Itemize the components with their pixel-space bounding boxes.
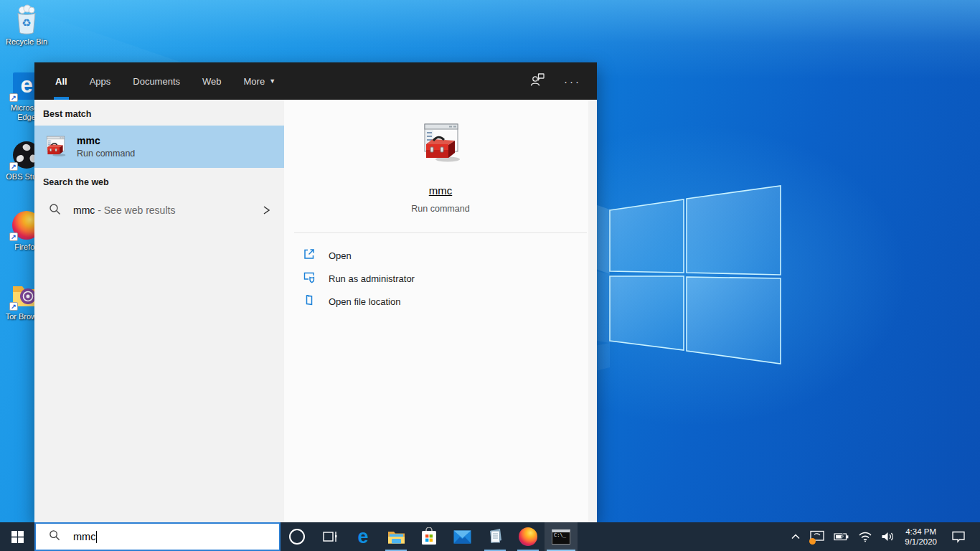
- shortcut-arrow-icon: ↗: [9, 162, 18, 171]
- file-explorer-icon: [387, 529, 405, 545]
- tab-web[interactable]: Web: [201, 62, 223, 100]
- action-open-file-location[interactable]: Open file location: [303, 290, 597, 313]
- task-view-button[interactable]: [314, 522, 347, 551]
- wifi-icon: [858, 531, 872, 542]
- shortcut-arrow-icon: ↗: [9, 232, 18, 241]
- command-prompt-icon: C:\_: [552, 529, 570, 545]
- mmc-app-icon-large: [418, 121, 463, 167]
- shortcut-arrow-icon: ↗: [9, 93, 18, 102]
- cortana-button[interactable]: [281, 522, 314, 551]
- best-match-subtitle: Run command: [77, 149, 135, 159]
- more-options-icon[interactable]: ···: [564, 75, 581, 88]
- cortana-icon: [289, 529, 305, 545]
- task-view-icon: [322, 529, 338, 544]
- taskbar-firefox[interactable]: [512, 522, 545, 551]
- tray-battery-icon[interactable]: [829, 522, 854, 551]
- firefox-icon: [519, 527, 537, 546]
- web-search-suffix: - See web results: [98, 204, 175, 216]
- taskbar-search-box[interactable]: mmc: [34, 522, 281, 551]
- edge-icon: e: [357, 527, 368, 546]
- action-open[interactable]: Open: [303, 244, 597, 267]
- chevron-up-icon: [791, 532, 801, 541]
- folder-location-icon: [303, 293, 316, 309]
- scrollbar-track[interactable]: [588, 100, 597, 522]
- result-preview-pane: mmc Run command Open: [284, 100, 597, 522]
- clock-date: 9/1/2020: [905, 537, 937, 547]
- tray-cast-icon[interactable]: [805, 522, 829, 551]
- microsoft-store-icon: [420, 527, 438, 546]
- taskbar-notepad[interactable]: [479, 522, 512, 551]
- tray-volume-icon[interactable]: [877, 522, 899, 551]
- user-account-icon[interactable]: [529, 72, 545, 90]
- start-button[interactable]: [0, 522, 34, 551]
- tab-all[interactable]: All: [54, 62, 69, 100]
- action-center-icon: [951, 530, 966, 543]
- web-search-result[interactable]: mmc - See web results: [34, 194, 284, 227]
- taskbar: mmc e: [0, 522, 980, 551]
- search-tabs-header: All Apps Documents Web More▼ ···: [34, 62, 597, 100]
- desktop-icon-recycle-bin[interactable]: ♻ Recycle Bin: [4, 4, 50, 47]
- search-web-section-label: Search the web: [43, 177, 284, 187]
- search-icon: [49, 529, 60, 544]
- taskbar-file-explorer[interactable]: [380, 522, 413, 551]
- search-input-value: mmc: [73, 531, 95, 542]
- taskbar-command-prompt[interactable]: C:\_: [545, 522, 578, 551]
- tab-more[interactable]: More▼: [242, 62, 278, 100]
- open-new-window-icon: [303, 248, 316, 263]
- best-match-section-label: Best match: [43, 109, 284, 119]
- windows-logo-icon: [11, 531, 24, 543]
- taskbar-clock[interactable]: 4:34 PM 9/1/2020: [899, 527, 943, 547]
- mail-icon: [453, 530, 471, 544]
- search-icon: [49, 203, 61, 218]
- action-run-as-administrator[interactable]: Run as administrator: [303, 267, 597, 290]
- tray-show-hidden-icons[interactable]: [786, 522, 805, 551]
- notepad-icon: [486, 528, 504, 545]
- web-search-query: mmc: [73, 204, 95, 216]
- tab-documents[interactable]: Documents: [131, 62, 182, 100]
- mmc-app-icon: [43, 135, 67, 159]
- taskbar-mail[interactable]: [446, 522, 479, 551]
- taskbar-edge[interactable]: e: [347, 522, 380, 551]
- best-match-title: mmc: [77, 135, 135, 146]
- battery-charging-icon: [834, 532, 849, 542]
- desktop-icon-label: Recycle Bin: [4, 37, 50, 47]
- context-actions: Open Run as administrator: [284, 233, 597, 313]
- recycle-bin-icon: ♻: [4, 4, 50, 36]
- best-match-result-mmc[interactable]: mmc Run command: [34, 126, 284, 168]
- svg-text:♻: ♻: [22, 17, 31, 29]
- system-tray: 4:34 PM 9/1/2020: [786, 522, 980, 551]
- text-caret: [96, 531, 97, 543]
- search-filter-tabs: All Apps Documents Web More▼: [54, 62, 277, 100]
- shortcut-arrow-icon: ↗: [9, 302, 18, 311]
- preview-title-link[interactable]: mmc: [429, 184, 453, 197]
- tab-apps[interactable]: Apps: [88, 62, 113, 100]
- start-search-panel: All Apps Documents Web More▼ ···: [34, 62, 597, 522]
- desktop-screen: ♻ Recycle Bin e ↗ Microsoft Edge ↗ OBS S…: [0, 0, 980, 551]
- search-results-list: Best match: [34, 100, 284, 522]
- preview-subtitle: Run command: [411, 204, 469, 214]
- action-center-button[interactable]: [943, 522, 974, 551]
- tray-wifi-icon[interactable]: [854, 522, 877, 551]
- chevron-down-icon: ▼: [269, 77, 275, 85]
- speaker-icon: [881, 531, 895, 542]
- taskbar-store[interactable]: [413, 522, 446, 551]
- chevron-right-icon[interactable]: [261, 204, 271, 217]
- admin-shield-icon: [303, 270, 316, 286]
- clock-time: 4:34 PM: [905, 527, 937, 537]
